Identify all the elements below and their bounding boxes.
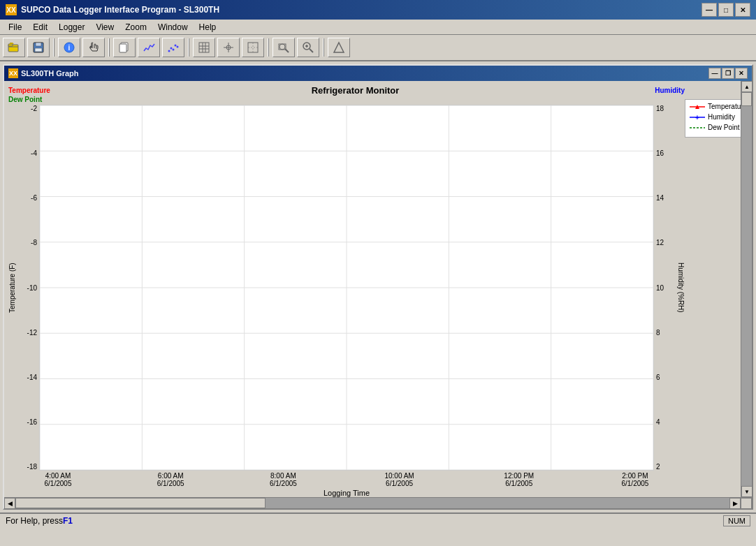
- legend-dew-point: Dew Point: [690, 124, 743, 131]
- vertical-scrollbar[interactable]: ▲ ▼: [741, 81, 752, 497]
- x-label-5: 2:00 PM 6/1/2005: [618, 472, 653, 487]
- x-label-2: 8:00 AM 6/1/2005: [266, 472, 300, 487]
- dew-axis-label: Dew Point: [8, 96, 68, 103]
- svg-rect-22: [248, 43, 258, 52]
- legend-panel: Temperature + Humidity Dew Point: [685, 99, 748, 138]
- toolbar: i: [0, 35, 756, 61]
- x-label-0: 4:00 AM 6/1/2005: [41, 472, 75, 487]
- menu-window[interactable]: Window: [152, 21, 194, 34]
- separator-5: [323, 38, 324, 57]
- info-button[interactable]: i: [58, 38, 80, 57]
- shape-button[interactable]: [328, 38, 350, 57]
- graph-minimize-button[interactable]: —: [708, 68, 721, 79]
- scroll-left-button[interactable]: ◀: [4, 498, 15, 509]
- svg-line-29: [310, 49, 313, 52]
- status-bar: For Help, press F1 NUM: [0, 512, 756, 528]
- svg-rect-14: [199, 43, 209, 52]
- zoom-rect-button[interactable]: [272, 38, 295, 57]
- scroll-down-button[interactable]: ▼: [741, 486, 752, 497]
- graph-window-controls: — ❐ ✕: [708, 68, 748, 79]
- line-chart-button[interactable]: [138, 38, 160, 57]
- menu-help[interactable]: Help: [194, 21, 222, 34]
- legend-temperature: Temperature: [690, 103, 743, 110]
- x-label-1: 6:00 AM 6/1/2005: [153, 472, 188, 487]
- svg-point-11: [173, 49, 175, 51]
- save-button[interactable]: [27, 38, 50, 57]
- crosshair-button[interactable]: [217, 38, 240, 57]
- grid-button[interactable]: [193, 38, 215, 57]
- menu-logger[interactable]: Logger: [53, 21, 90, 34]
- graph-restore-button[interactable]: ❐: [722, 68, 734, 79]
- graph-window: XX SL300TH Graph — ❐ ✕ Temperature Dew P…: [3, 64, 753, 510]
- graph-window-icon: XX: [8, 68, 18, 78]
- svg-point-12: [175, 45, 177, 47]
- chart-title: Refrigerator Monitor: [68, 85, 643, 96]
- menu-view[interactable]: View: [90, 21, 119, 34]
- svg-marker-32: [334, 43, 344, 52]
- vscroll-track[interactable]: [741, 92, 752, 486]
- svg-point-27: [279, 44, 285, 50]
- zoom-in-button[interactable]: [297, 38, 319, 57]
- y-axis-left-label: Temperature (F): [8, 105, 20, 471]
- humidity-axis-label: Humidity: [643, 87, 685, 94]
- temp-axis-label: Temperature: [8, 87, 68, 94]
- svg-text:i: i: [68, 44, 71, 52]
- separator-3: [188, 38, 189, 57]
- help-text: For Help, press: [6, 516, 63, 526]
- separator-4: [268, 38, 269, 57]
- scroll-corner: [741, 498, 752, 509]
- menu-file[interactable]: File: [3, 21, 27, 34]
- close-button[interactable]: ✕: [735, 3, 750, 17]
- separator-1: [53, 38, 54, 57]
- horizontal-scrollbar[interactable]: ◀ ▶: [4, 497, 752, 508]
- separator-2: [108, 38, 110, 57]
- vscroll-thumb[interactable]: [741, 92, 752, 106]
- svg-line-26: [285, 49, 289, 52]
- x-axis-title: Logging Time: [41, 489, 653, 497]
- app-icon: XX: [6, 4, 17, 15]
- y-ticks-right: 18 16 14 12 10 8 6 4 2: [654, 105, 674, 471]
- dots-chart-button[interactable]: [162, 38, 184, 57]
- svg-rect-4: [35, 48, 42, 52]
- menu-zoom[interactable]: Zoom: [119, 21, 152, 34]
- minimize-button[interactable]: —: [702, 3, 717, 17]
- legend-humidity: + Humidity: [690, 113, 743, 121]
- y-axis-right-label: Humidity (%RH): [674, 105, 685, 471]
- svg-text:+: +: [695, 114, 699, 121]
- target-button[interactable]: [242, 38, 264, 57]
- app-title: SUPCO Data Logger Interface Program - SL…: [21, 5, 219, 15]
- svg-point-10: [170, 47, 173, 50]
- x-label-3: 10:00 AM 6/1/2005: [379, 472, 421, 487]
- num-lock-indicator: NUM: [723, 515, 750, 526]
- svg-rect-1: [8, 44, 13, 46]
- graph-title-bar[interactable]: XX SL300TH Graph — ❐ ✕: [4, 66, 752, 81]
- x-axis-container: 4:00 AM 6/1/2005 6:00 AM 6/1/2005 8:00 A…: [8, 472, 685, 497]
- graph-window-title: SL300TH Graph: [21, 69, 79, 78]
- menu-edit[interactable]: Edit: [27, 21, 53, 34]
- hand-button[interactable]: [82, 38, 105, 57]
- svg-rect-8: [119, 44, 126, 52]
- svg-point-13: [177, 46, 179, 48]
- mdi-area: XX SL300TH Graph — ❐ ✕ Temperature Dew P…: [0, 61, 756, 528]
- x-label-4: 12:00 PM 6/1/2005: [498, 472, 540, 487]
- svg-point-9: [168, 50, 170, 52]
- chart-plot-area: [39, 105, 654, 471]
- hscroll-track[interactable]: [15, 498, 729, 508]
- menu-bar: File Edit Logger View Zoom Window Help: [0, 20, 756, 35]
- copy-button[interactable]: [113, 38, 136, 57]
- y-ticks-left: -2 -4 -6 -8 -10 -12 -14 -16 -18: [20, 105, 39, 471]
- maximize-button[interactable]: □: [718, 3, 734, 17]
- help-key: F1: [63, 516, 73, 526]
- open-button[interactable]: [3, 38, 25, 57]
- scroll-up-button[interactable]: ▲: [741, 81, 752, 92]
- graph-close-button[interactable]: ✕: [735, 68, 748, 79]
- title-bar: XX SUPCO Data Logger Interface Program -…: [0, 0, 756, 20]
- window-controls: — □ ✕: [702, 3, 750, 17]
- hscroll-thumb[interactable]: [15, 498, 266, 508]
- scroll-right-button[interactable]: ▶: [729, 498, 741, 509]
- svg-rect-3: [36, 43, 41, 46]
